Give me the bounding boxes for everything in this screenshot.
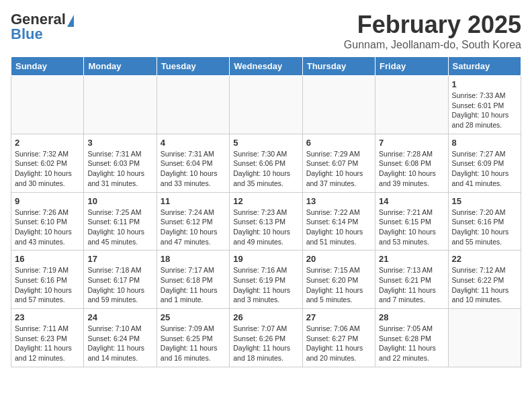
day-number: 13	[306, 196, 371, 206]
day-number: 7	[379, 138, 444, 148]
day-info: Sunrise: 7:09 AM Sunset: 6:25 PM Dayligh…	[161, 324, 226, 363]
day-info: Sunrise: 7:10 AM Sunset: 6:24 PM Dayligh…	[87, 324, 152, 363]
calendar-cell-week4-day2: 18Sunrise: 7:17 AM Sunset: 6:18 PM Dayli…	[157, 250, 229, 309]
logo-blue: Blue	[11, 26, 43, 43]
calendar-cell-week2-day3: 5Sunrise: 7:30 AM Sunset: 6:06 PM Daylig…	[230, 134, 302, 192]
day-number: 19	[233, 254, 298, 264]
day-number: 8	[452, 138, 517, 148]
day-info: Sunrise: 7:28 AM Sunset: 6:08 PM Dayligh…	[379, 149, 444, 189]
day-number: 28	[379, 312, 444, 322]
day-info: Sunrise: 7:31 AM Sunset: 6:03 PM Dayligh…	[87, 149, 152, 189]
day-info: Sunrise: 7:24 AM Sunset: 6:12 PM Dayligh…	[161, 208, 226, 247]
calendar-cell-week2-day0: 2Sunrise: 7:32 AM Sunset: 6:02 PM Daylig…	[11, 134, 84, 192]
day-info: Sunrise: 7:32 AM Sunset: 6:02 PM Dayligh…	[15, 149, 80, 189]
day-number: 3	[87, 138, 152, 148]
calendar-cell-week3-day0: 9Sunrise: 7:26 AM Sunset: 6:10 PM Daylig…	[11, 192, 84, 250]
day-info: Sunrise: 7:20 AM Sunset: 6:16 PM Dayligh…	[452, 208, 517, 247]
calendar-cell-week4-day5: 21Sunrise: 7:13 AM Sunset: 6:21 PM Dayli…	[375, 250, 448, 309]
calendar-cell-week4-day6: 22Sunrise: 7:12 AM Sunset: 6:22 PM Dayli…	[448, 250, 521, 309]
calendar-cell-week2-day1: 3Sunrise: 7:31 AM Sunset: 6:03 PM Daylig…	[84, 134, 157, 192]
location-title: Gunnam, Jeollanam-do, South Korea	[344, 39, 521, 51]
day-info: Sunrise: 7:12 AM Sunset: 6:22 PM Dayligh…	[452, 265, 517, 305]
day-info: Sunrise: 7:15 AM Sunset: 6:20 PM Dayligh…	[306, 265, 371, 305]
calendar-week-4: 16Sunrise: 7:19 AM Sunset: 6:16 PM Dayli…	[11, 250, 521, 309]
calendar-cell-week4-day0: 16Sunrise: 7:19 AM Sunset: 6:16 PM Dayli…	[11, 250, 84, 309]
calendar-cell-week3-day5: 14Sunrise: 7:21 AM Sunset: 6:15 PM Dayli…	[375, 192, 448, 250]
day-number: 26	[233, 312, 298, 322]
day-number: 22	[452, 254, 517, 264]
day-number: 23	[15, 312, 80, 322]
day-number: 17	[87, 254, 152, 264]
day-info: Sunrise: 7:31 AM Sunset: 6:04 PM Dayligh…	[161, 149, 226, 189]
weekday-header-saturday: Saturday	[448, 57, 521, 76]
logo: General Blue	[11, 11, 74, 43]
day-info: Sunrise: 7:23 AM Sunset: 6:13 PM Dayligh…	[233, 208, 298, 247]
calendar-cell-week3-day6: 15Sunrise: 7:20 AM Sunset: 6:16 PM Dayli…	[448, 192, 521, 250]
day-number: 5	[233, 138, 298, 148]
day-number: 9	[15, 196, 80, 206]
day-info: Sunrise: 7:30 AM Sunset: 6:06 PM Dayligh…	[233, 149, 298, 189]
calendar-cell-week5-day1: 24Sunrise: 7:10 AM Sunset: 6:24 PM Dayli…	[84, 309, 157, 367]
day-info: Sunrise: 7:29 AM Sunset: 6:07 PM Dayligh…	[306, 149, 371, 189]
day-number: 14	[379, 196, 444, 206]
calendar-cell-week5-day6	[448, 309, 521, 367]
weekday-header-friday: Friday	[375, 57, 448, 76]
calendar-cell-week2-day4: 6Sunrise: 7:29 AM Sunset: 6:07 PM Daylig…	[302, 134, 375, 192]
day-number: 1	[452, 79, 517, 89]
calendar-cell-week1-day6: 1Sunrise: 7:33 AM Sunset: 6:01 PM Daylig…	[448, 76, 521, 134]
day-info: Sunrise: 7:18 AM Sunset: 6:17 PM Dayligh…	[87, 265, 152, 305]
day-info: Sunrise: 7:06 AM Sunset: 6:27 PM Dayligh…	[306, 324, 371, 363]
day-info: Sunrise: 7:21 AM Sunset: 6:15 PM Dayligh…	[379, 208, 444, 247]
calendar-cell-week1-day3	[230, 76, 302, 134]
calendar-cell-week5-day2: 25Sunrise: 7:09 AM Sunset: 6:25 PM Dayli…	[157, 309, 229, 367]
calendar-week-5: 23Sunrise: 7:11 AM Sunset: 6:23 PM Dayli…	[11, 309, 521, 367]
day-info: Sunrise: 7:13 AM Sunset: 6:21 PM Dayligh…	[379, 265, 444, 305]
day-info: Sunrise: 7:27 AM Sunset: 6:09 PM Dayligh…	[452, 149, 517, 189]
calendar-cell-week1-day4	[302, 76, 375, 134]
calendar-cell-week1-day5	[375, 76, 448, 134]
calendar-week-2: 2Sunrise: 7:32 AM Sunset: 6:02 PM Daylig…	[11, 134, 521, 192]
day-info: Sunrise: 7:17 AM Sunset: 6:18 PM Dayligh…	[161, 265, 226, 305]
day-number: 18	[161, 254, 226, 264]
day-number: 16	[15, 254, 80, 264]
weekday-header-tuesday: Tuesday	[157, 57, 229, 76]
day-number: 20	[306, 254, 371, 264]
calendar-cell-week4-day3: 19Sunrise: 7:16 AM Sunset: 6:19 PM Dayli…	[230, 250, 302, 309]
calendar-cell-week3-day2: 11Sunrise: 7:24 AM Sunset: 6:12 PM Dayli…	[157, 192, 229, 250]
day-info: Sunrise: 7:22 AM Sunset: 6:14 PM Dayligh…	[306, 208, 371, 247]
day-info: Sunrise: 7:19 AM Sunset: 6:16 PM Dayligh…	[15, 265, 80, 305]
calendar-cell-week4-day1: 17Sunrise: 7:18 AM Sunset: 6:17 PM Dayli…	[84, 250, 157, 309]
day-number: 11	[161, 196, 226, 206]
day-info: Sunrise: 7:25 AM Sunset: 6:11 PM Dayligh…	[87, 208, 152, 247]
day-info: Sunrise: 7:07 AM Sunset: 6:26 PM Dayligh…	[233, 324, 298, 363]
calendar-cell-week1-day1	[84, 76, 157, 134]
day-info: Sunrise: 7:05 AM Sunset: 6:28 PM Dayligh…	[379, 324, 444, 363]
calendar-week-3: 9Sunrise: 7:26 AM Sunset: 6:10 PM Daylig…	[11, 192, 521, 250]
day-number: 25	[161, 312, 226, 322]
calendar-cell-week5-day0: 23Sunrise: 7:11 AM Sunset: 6:23 PM Dayli…	[11, 309, 84, 367]
calendar-cell-week2-day5: 7Sunrise: 7:28 AM Sunset: 6:08 PM Daylig…	[375, 134, 448, 192]
calendar-cell-week3-day4: 13Sunrise: 7:22 AM Sunset: 6:14 PM Dayli…	[302, 192, 375, 250]
day-number: 10	[87, 196, 152, 206]
title-block: February 2025 Gunnam, Jeollanam-do, Sout…	[344, 11, 521, 51]
calendar-cell-week4-day4: 20Sunrise: 7:15 AM Sunset: 6:20 PM Dayli…	[302, 250, 375, 309]
day-number: 12	[233, 196, 298, 206]
day-number: 4	[161, 138, 226, 148]
day-number: 27	[306, 312, 371, 322]
weekday-header-sunday: Sunday	[11, 57, 84, 76]
calendar-cell-week3-day3: 12Sunrise: 7:23 AM Sunset: 6:13 PM Dayli…	[230, 192, 302, 250]
day-number: 2	[15, 138, 80, 148]
calendar-week-1: 1Sunrise: 7:33 AM Sunset: 6:01 PM Daylig…	[11, 76, 521, 134]
day-number: 15	[452, 196, 517, 206]
day-number: 6	[306, 138, 371, 148]
weekday-header-thursday: Thursday	[302, 57, 375, 76]
calendar-cell-week2-day6: 8Sunrise: 7:27 AM Sunset: 6:09 PM Daylig…	[448, 134, 521, 192]
calendar-cell-week1-day0	[11, 76, 84, 134]
day-number: 21	[379, 254, 444, 264]
day-info: Sunrise: 7:11 AM Sunset: 6:23 PM Dayligh…	[15, 324, 80, 363]
day-number: 24	[87, 312, 152, 322]
calendar-cell-week5-day3: 26Sunrise: 7:07 AM Sunset: 6:26 PM Dayli…	[230, 309, 302, 367]
page-header: General Blue February 2025 Gunnam, Jeoll…	[11, 11, 521, 51]
weekday-header-monday: Monday	[84, 57, 157, 76]
day-info: Sunrise: 7:16 AM Sunset: 6:19 PM Dayligh…	[233, 265, 298, 305]
